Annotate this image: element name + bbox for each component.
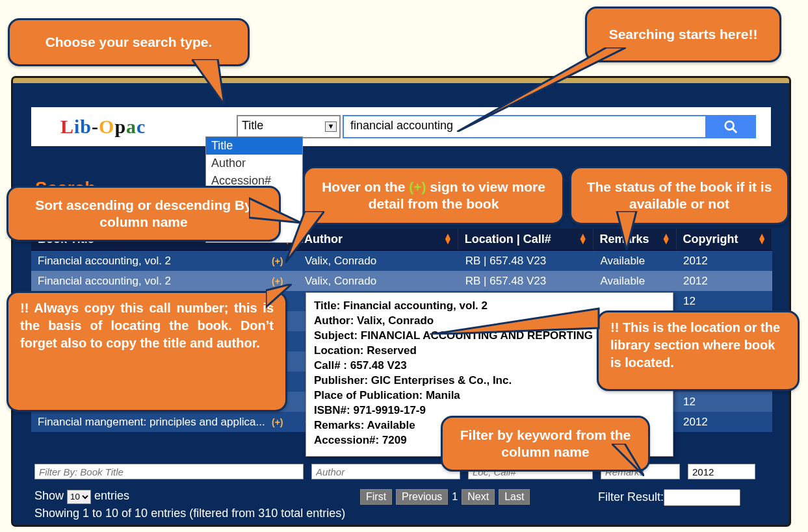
callout-hover-plus: Hover on the (+) sign to view more detai… xyxy=(303,166,564,225)
chevron-down-icon: ▼ xyxy=(325,121,337,132)
cell-remarks: Available xyxy=(593,275,677,288)
search-icon xyxy=(723,120,738,134)
filter-result: Filter Result: xyxy=(598,489,740,506)
callout-sort: Sort ascending or descending By column n… xyxy=(7,186,281,242)
expand-icon[interactable]: (+) xyxy=(272,256,283,266)
table-row[interactable]: Financial accounting, vol. 2(+)Valix, Co… xyxy=(31,251,772,271)
cell-year: 2012 xyxy=(677,275,772,288)
cell-year: 2012 xyxy=(677,255,772,268)
search-button[interactable] xyxy=(705,115,756,138)
last-button[interactable]: Last xyxy=(499,489,530,505)
filter-year-input[interactable] xyxy=(688,464,755,479)
cell-year: 2012 xyxy=(677,416,772,429)
cell-title: Financial accounting, vol. 2 xyxy=(31,255,298,268)
first-button[interactable]: First xyxy=(360,489,392,505)
dropdown-option[interactable]: Title xyxy=(206,137,302,155)
pagination: First Previous 1 Next Last xyxy=(360,489,530,505)
callout-tail xyxy=(430,296,605,335)
entries-per-page: Show 10 entries xyxy=(34,489,129,504)
svg-marker-9 xyxy=(612,444,644,476)
page-number: 1 xyxy=(452,491,458,503)
opac-help-screenshot: Lib-Opac Title ▼ financial accounting Ti… xyxy=(0,0,808,532)
callout-search-start: Searching starts here!! xyxy=(585,6,781,62)
svg-line-1 xyxy=(733,129,736,133)
callout-tail xyxy=(285,211,324,263)
filter-title-input[interactable] xyxy=(34,464,304,479)
callout-search-type: Choose your search type. xyxy=(8,18,250,66)
search-type-value: Title xyxy=(242,119,263,132)
callout-location: !! This is the location or the library s… xyxy=(597,310,800,391)
svg-marker-6 xyxy=(617,211,636,250)
expand-icon[interactable]: (+) xyxy=(272,417,283,427)
filter-result-input[interactable] xyxy=(664,489,740,506)
header-bar: Lib-Opac Title ▼ financial accounting xyxy=(31,107,771,146)
cell-location: RB | 657.48 V23 xyxy=(459,255,594,268)
svg-marker-7 xyxy=(266,284,292,307)
entries-select[interactable]: 10 xyxy=(67,490,91,504)
sort-icon: ▲▼ xyxy=(662,233,671,244)
dropdown-option[interactable]: Author xyxy=(206,155,302,172)
table-row[interactable]: Financial accounting, vol. 2(+)Valix, Co… xyxy=(31,271,772,291)
callout-tail xyxy=(192,59,231,105)
column-header-location[interactable]: Location | Call#▲▼ xyxy=(458,229,593,250)
cell-remarks: Available xyxy=(593,255,677,268)
callout-tail xyxy=(610,211,643,250)
filter-author-input[interactable] xyxy=(311,464,460,479)
svg-marker-3 xyxy=(457,47,626,132)
sort-icon: ▲▼ xyxy=(443,233,452,244)
search-type-select[interactable]: Title ▼ xyxy=(237,115,341,138)
callout-tail xyxy=(266,284,292,310)
prev-button[interactable]: Previous xyxy=(396,489,448,505)
callout-call-number: !! Always copy this call number; this is… xyxy=(7,291,287,412)
sort-icon: ▲▼ xyxy=(757,233,766,244)
callout-tail xyxy=(457,47,626,132)
cell-title: Financial mangement: principles and appl… xyxy=(31,416,298,429)
sort-icon: ▲▼ xyxy=(579,233,588,244)
svg-marker-5 xyxy=(285,211,324,263)
cell-location: RB | 657.48 V23 xyxy=(459,275,594,288)
results-summary: Showing 1 to 10 of 10 entries (filtered … xyxy=(34,507,345,520)
cell-title: Financial accounting, vol. 2 xyxy=(31,275,298,288)
cell-year: 12 xyxy=(677,295,772,308)
callout-filter-column: Filter by keyword from the column name xyxy=(441,416,650,472)
logo: Lib-Opac xyxy=(60,116,146,138)
svg-marker-2 xyxy=(192,59,224,105)
svg-marker-8 xyxy=(430,309,599,335)
callout-tail xyxy=(612,444,644,476)
callout-status: The status of the book if it is availabl… xyxy=(569,166,789,225)
cell-author: Valix, Conrado xyxy=(298,275,459,288)
cell-year: 12 xyxy=(677,396,772,409)
next-button[interactable]: Next xyxy=(462,489,495,505)
svg-point-0 xyxy=(725,121,734,130)
column-header-copyright[interactable]: Copyright▲▼ xyxy=(677,229,772,250)
